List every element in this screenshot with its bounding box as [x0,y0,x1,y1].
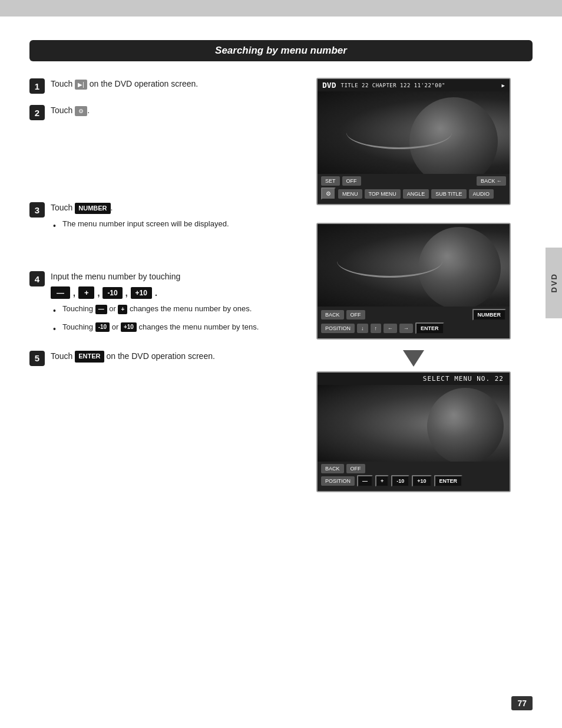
page-number: 77 [511,696,533,710]
step-2-content: Touch ⚙. [51,104,283,117]
period-1: . [155,288,157,298]
main-content: Searching by menu number 1 Touch ▶| on t… [0,17,562,533]
off-button-1[interactable]: OFF [342,176,361,186]
select-menu-text: SELECT MENU NO. 22 [423,375,504,383]
step-4-text: Input the menu number by touching [51,271,283,283]
inline-minus: — [95,305,107,315]
screen-image-2 [318,224,510,307]
off-button-3[interactable]: OFF [346,464,365,473]
back-button-3[interactable]: BACK [321,464,344,473]
step-4-buttons: — , + , -10 , +10 . [51,286,283,299]
step-4-content: Input the menu number by touching — , + … [51,271,283,340]
plus-button[interactable]: + [78,286,95,299]
minus-10-button[interactable]: -10 [103,287,122,299]
bullet-item-2: • Touching — or + changes the menu numbe… [53,304,283,317]
top-bar [0,0,562,17]
screenshot-2: BACK OFF NUMBER POSITION ↓ ↑ ← → ENTER [316,223,511,340]
audio-button[interactable]: AUDIO [469,189,494,199]
enter-button[interactable]: ENTER [75,351,104,362]
comma-1: , [73,288,75,298]
right-button[interactable]: → [399,324,413,333]
screen2-row1: BACK OFF NUMBER [321,309,506,321]
left-column: 1 Touch ▶| on the DVD operation screen. … [29,78,283,498]
comma-3: , [125,288,128,298]
step-1-text: Touch ▶| on the DVD operation screen. [51,79,198,88]
arrow-down-indicator [402,347,425,370]
screen1-row1: SET OFF BACK ← [321,176,506,186]
step-3-text: Touch NUMBER. [51,202,283,214]
screenshot-3: SELECT MENU NO. 22 BACK OFF POSITION — [316,371,511,492]
dvd-mode-indicator: ▶ [502,83,505,88]
page-container: DVD Searching by menu number 1 Touch ▶| … [0,0,562,728]
plus10-button-3[interactable]: +10 [412,475,431,487]
dvd-label: DVD [322,81,336,90]
step-3-content: Touch NUMBER. • The menu number input sc… [51,202,283,236]
position-button[interactable]: POSITION [321,324,355,333]
screen-image-1 [318,91,510,174]
sub-title-button[interactable]: SUB TITLE [431,189,466,199]
step-5-content: Touch ENTER on the DVD operation screen. [51,350,283,363]
number-ctrl-button[interactable]: NUMBER [472,309,507,321]
screen3-row1: BACK OFF [321,464,506,473]
step-4-row: 4 Input the menu number by touching — , … [29,271,283,340]
down-button[interactable]: ↓ [357,324,368,333]
bullet-text-3: Touching -10 or +10 changes the menu num… [62,322,259,333]
step-5-row: 5 Touch ENTER on the DVD operation scree… [29,350,283,366]
top-menu-button[interactable]: TOP MENU [365,189,401,199]
bullet-item-1: • The menu number input screen will be d… [53,219,283,232]
right-column: DVD TITLE 22 CHAPTER 122 11'22"00" ▶ SET… [295,78,533,498]
screenshot-1: DVD TITLE 22 CHAPTER 122 11'22"00" ▶ SET… [316,78,511,205]
left-button[interactable]: ← [384,324,397,333]
plus-10-button[interactable]: +10 [131,287,152,299]
inline-plus-10: +10 [121,322,137,332]
step-3-bullets: • The menu number input screen will be d… [53,219,283,232]
minus-button-3[interactable]: — [357,475,373,487]
screen3-controls: BACK OFF POSITION — + -10 +10 ENTER [318,462,510,491]
screen2-row2: POSITION ↓ ↑ ← → ENTER [321,322,506,334]
up-button[interactable]: ↑ [371,324,382,333]
step-1-content: Touch ▶| on the DVD operation screen. [51,78,283,90]
inline-plus: + [118,305,127,315]
step-5-text: Touch ENTER on the DVD operation screen. [51,350,283,363]
next-icon-button: ▶| [75,80,87,90]
minus-button[interactable]: — [51,286,70,299]
select-menu-bar: SELECT MENU NO. 22 [318,373,510,385]
step-1-row: 1 Touch ▶| on the DVD operation screen. [29,78,283,94]
step-3-number: 3 [29,202,45,218]
enter-button-3[interactable]: ENTER [434,475,463,487]
minus10-button-3[interactable]: -10 [391,475,409,487]
menu-button[interactable]: MENU [338,189,362,199]
back-button-2[interactable]: BACK [321,310,344,319]
screen1-row2: ⚙ MENU TOP MENU ANGLE SUB TITLE AUDIO [321,187,506,200]
screen1-controls: SET OFF BACK ← ⚙ MENU TOP MENU ANGLE SUB… [318,174,510,204]
section-title: Searching by menu number [29,40,533,61]
gear-button[interactable]: ⚙ [321,187,336,200]
step-4-number: 4 [29,271,45,286]
step-3-row: 3 Touch NUMBER. • The menu number input … [29,202,283,236]
plus-button-3[interactable]: + [375,475,389,487]
bullet-text-1: The menu number input screen will be dis… [62,219,229,230]
plane-graphic [346,116,452,149]
position-button-3[interactable]: POSITION [321,476,355,486]
screen-image-3 [318,385,510,462]
dvd-info-bar: DVD TITLE 22 CHAPTER 122 11'22"00" ▶ [318,79,510,91]
enter-ctrl-button[interactable]: ENTER [415,322,444,334]
inline-minus-10: -10 [95,322,110,332]
screen2-controls: BACK OFF NUMBER POSITION ↓ ↑ ← → ENTER [318,307,510,338]
dvd-info-text: TITLE 22 CHAPTER 122 11'22"00" [340,83,445,88]
arrow-down-triangle [403,350,424,367]
step-5-number: 5 [29,351,45,366]
step-2-number: 2 [29,105,45,120]
gear-icon-button: ⚙ [75,106,87,116]
step-2-text: Touch ⚙. [51,106,90,115]
plane-graphic-2 [337,245,442,278]
number-button[interactable]: NUMBER [75,203,110,214]
set-button[interactable]: SET [321,176,340,186]
off-button-2[interactable]: OFF [346,310,365,319]
back-button-1[interactable]: BACK ← [477,176,506,186]
step-2-row: 2 Touch ⚙. [29,104,283,120]
angle-button[interactable]: ANGLE [403,189,429,199]
screen3-row2: POSITION — + -10 +10 ENTER [321,475,506,487]
step-1-number: 1 [29,78,45,94]
comma-2: , [97,288,100,298]
